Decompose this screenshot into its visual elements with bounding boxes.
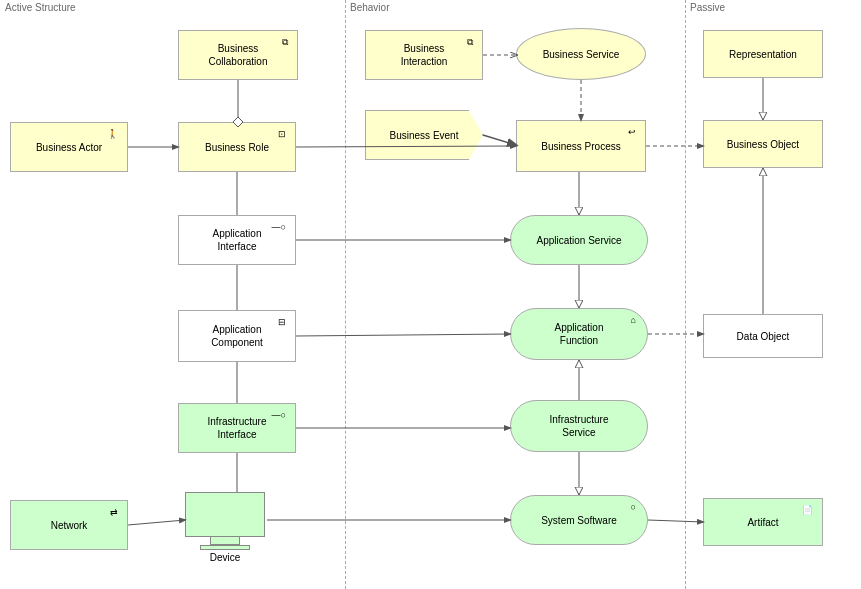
infrastructure-service-node[interactable]: InfrastructureService — [510, 400, 648, 452]
component-icon: ⊟ — [278, 317, 286, 329]
collaboration-icon: ⧉ — [282, 37, 288, 49]
business-event-node[interactable]: Business Event — [365, 110, 483, 160]
label-active: Active Structure — [2, 2, 76, 13]
interface-icon: —○ — [272, 222, 286, 234]
business-process-node[interactable]: Business Process ↩ — [516, 120, 646, 172]
business-collaboration-node[interactable]: BusinessCollaboration ⧉ — [178, 30, 298, 80]
artifact-icon: 📄 — [802, 505, 813, 517]
network-icon: ⇄ — [110, 507, 118, 519]
label-behavior: Behavior — [347, 2, 389, 13]
interaction-icon: ⧉ — [467, 37, 473, 49]
application-function-node[interactable]: ApplicationFunction ⌂ — [510, 308, 648, 360]
infrastructure-interface-node[interactable]: InfrastructureInterface —○ — [178, 403, 296, 453]
business-interaction-node[interactable]: BusinessInteraction ⧉ — [365, 30, 483, 80]
data-object-label: Data Object — [737, 330, 790, 343]
representation-node[interactable]: Representation — [703, 30, 823, 78]
business-object-node[interactable]: Business Object — [703, 120, 823, 168]
data-object-node[interactable]: Data Object — [703, 314, 823, 358]
svg-line-12 — [296, 334, 510, 336]
business-actor-label: Business Actor — [36, 141, 102, 154]
application-interface-node[interactable]: ApplicationInterface —○ — [178, 215, 296, 265]
network-node[interactable]: Network ⇄ — [10, 500, 128, 550]
svg-line-5 — [483, 135, 516, 145]
system-software-label: System Software — [541, 514, 617, 527]
label-passive: Passive — [687, 2, 725, 13]
application-component-node[interactable]: ApplicationComponent ⊟ — [178, 310, 296, 362]
artifact-node[interactable]: Artifact 📄 — [703, 498, 823, 546]
business-collaboration-label: BusinessCollaboration — [209, 42, 268, 68]
business-role-label: Business Role — [205, 141, 269, 154]
artifact-label: Artifact — [747, 516, 778, 529]
representation-label: Representation — [729, 48, 797, 61]
actor-icon: 🚶 — [107, 129, 118, 141]
system-software-node[interactable]: System Software ○ — [510, 495, 648, 545]
application-function-label: ApplicationFunction — [555, 321, 604, 347]
business-actor-node[interactable]: Business Actor 🚶 — [10, 122, 128, 172]
divider-passive — [685, 0, 686, 589]
divider-behavior — [345, 0, 346, 589]
infrastructure-interface-label: InfrastructureInterface — [208, 415, 267, 441]
application-interface-label: ApplicationInterface — [213, 227, 262, 253]
business-process-label: Business Process — [541, 140, 620, 153]
diagram: Active Structure Behavior Passive Busine… — [0, 0, 861, 589]
business-role-node[interactable]: Business Role ⊡ — [178, 122, 296, 172]
function-icon: ⌂ — [631, 315, 636, 327]
system-software-icon: ○ — [631, 502, 636, 514]
infra-interface-icon: —○ — [272, 410, 286, 422]
process-icon: ↩ — [628, 127, 636, 139]
device-node[interactable]: Device — [185, 492, 265, 563]
application-component-label: ApplicationComponent — [211, 323, 263, 349]
business-object-label: Business Object — [727, 138, 799, 151]
infrastructure-service-label: InfrastructureService — [550, 413, 609, 439]
business-event-label: Business Event — [390, 129, 459, 142]
network-label: Network — [51, 519, 88, 532]
svg-line-20 — [128, 520, 185, 525]
application-service-node[interactable]: Application Service — [510, 215, 648, 265]
application-service-label: Application Service — [536, 234, 621, 247]
business-service-node[interactable]: Business Service — [516, 28, 646, 80]
device-label: Device — [210, 552, 241, 563]
business-interaction-label: BusinessInteraction — [401, 42, 448, 68]
svg-line-22 — [648, 520, 703, 522]
business-service-label: Business Service — [543, 48, 620, 61]
role-icon: ⊡ — [278, 129, 286, 141]
